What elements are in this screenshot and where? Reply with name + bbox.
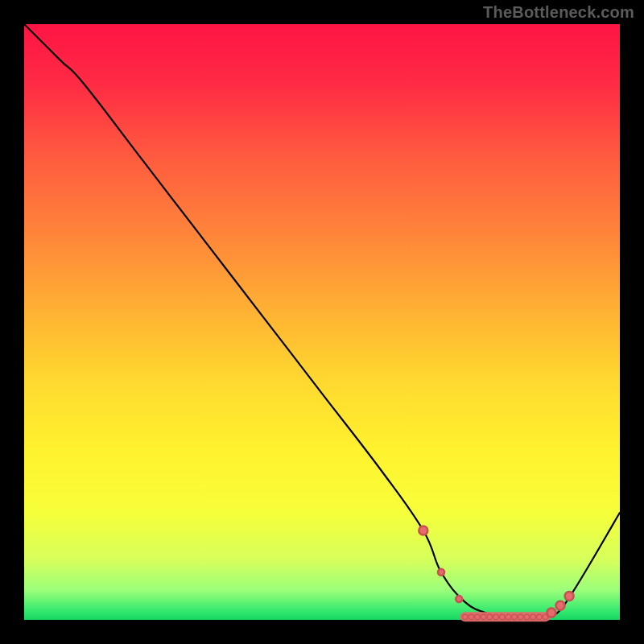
curve-marker: [556, 601, 565, 610]
flat-region-dot: [462, 614, 467, 619]
flat-region-dot: [487, 614, 492, 619]
gradient-panel: [24, 24, 620, 620]
chart-svg: [0, 0, 644, 644]
flat-region-dot: [500, 614, 505, 619]
flat-region-dot: [518, 614, 523, 619]
flat-region-dot: [481, 614, 485, 619]
flat-region-dot: [475, 614, 480, 619]
flat-region-dot: [537, 614, 542, 619]
flat-region-dot: [469, 614, 473, 619]
curve-marker: [438, 569, 444, 576]
flat-region-dot: [530, 614, 535, 619]
watermark-label: TheBottleneck.com: [483, 3, 634, 22]
curve-marker: [547, 609, 555, 617]
flat-region-dot: [524, 614, 529, 619]
flat-region-dot: [512, 614, 517, 619]
flat-region-dot: [506, 614, 510, 619]
curve-marker: [419, 526, 427, 535]
chart-stage: TheBottleneck.com: [0, 0, 644, 644]
flat-region-dot: [493, 614, 498, 619]
curve-marker: [456, 596, 462, 602]
curve-marker: [565, 592, 574, 601]
